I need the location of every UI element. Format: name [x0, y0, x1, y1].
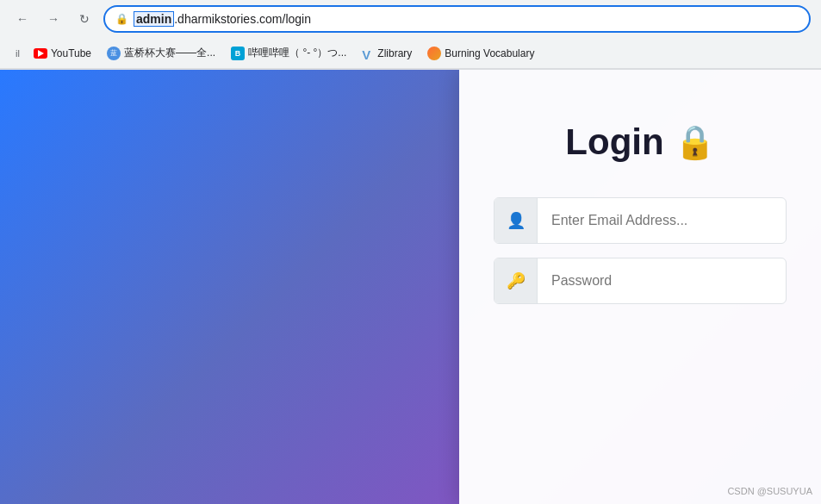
bilibili-icon: B [231, 47, 245, 60]
login-panel: Login 🔒 👤 🔑 [459, 70, 821, 504]
back-button[interactable]: ← [10, 7, 34, 31]
youtube-icon [34, 48, 47, 59]
security-lock-icon: 🔒 [115, 13, 128, 25]
login-lock-icon: 🔒 [675, 123, 715, 161]
bookmarks-bar: il YouTube 蓝 蓝桥杯大赛——全... B 哔哩哔哩（ °- °）つ.… [0, 38, 821, 69]
bookmark-bilibili[interactable]: B 哔哩哔哩（ °- °）つ... [224, 42, 353, 64]
bookmark-lanqiao[interactable]: 蓝 蓝桥杯大赛——全... [100, 42, 222, 64]
bookmark-youtube[interactable]: YouTube [27, 44, 98, 63]
email-input-group: 👤 [494, 197, 787, 244]
email-user-icon: 👤 [494, 198, 538, 243]
watermark: CSDN @SUSUYUA [727, 486, 812, 496]
main-content: Login 🔒 👤 🔑 CSDN @SUSUYUA [0, 70, 821, 504]
password-key-icon: 🔑 [494, 258, 538, 303]
address-highlighted: admin.dharmikstories.com/login [134, 12, 311, 26]
burning-icon [427, 47, 441, 60]
browser-toolbar: ← → ↻ 🔒 admin.dharmikstories.com/login i… [0, 0, 821, 70]
bookmark-zlibrary[interactable]: V Zlibrary [355, 44, 419, 63]
password-field[interactable] [538, 258, 786, 303]
login-title: Login 🔒 [565, 121, 714, 163]
lanqiao-icon: 蓝 [107, 47, 121, 60]
address-bar[interactable]: 🔒 admin.dharmikstories.com/login [103, 5, 811, 33]
password-input-group: 🔑 [494, 258, 787, 304]
forward-button[interactable]: → [41, 7, 65, 31]
bookmark-burning[interactable]: Burning Vocabulary [420, 43, 541, 64]
bookmark-mail[interactable]: il [10, 45, 25, 62]
reload-button[interactable]: ↻ [72, 7, 96, 31]
email-field[interactable] [538, 198, 786, 243]
zlibrary-icon: V [362, 47, 374, 59]
